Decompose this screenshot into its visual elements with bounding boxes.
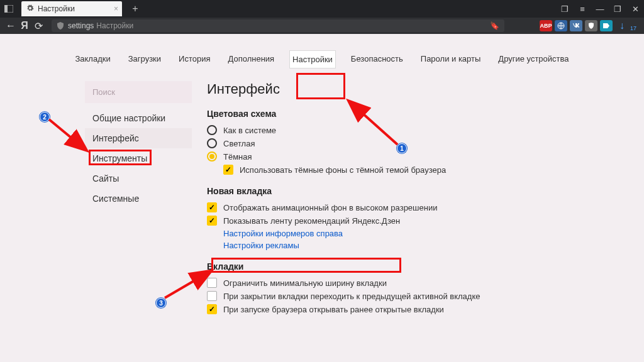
link-widget-settings[interactable]: Настройки информеров справа [223,229,559,238]
nav-bookmarks[interactable]: Закладки [72,50,113,69]
check-dark-backgrounds[interactable] [223,165,233,175]
nav-history[interactable]: История [176,50,213,69]
page-title: Интерфейс [207,81,559,97]
label-min-width: Ограничить минимальную ширину вкладки [223,278,387,288]
check-min-width[interactable] [207,278,217,288]
top-nav: Закладки Загрузки История Дополнения Нас… [19,50,625,69]
label-dark-backgrounds: Использовать тёмные фоны с тёмной темой … [240,165,446,175]
new-tab-button[interactable]: + [127,1,143,17]
nav-passwords[interactable]: Пароли и карты [418,50,484,69]
sidebar-item-system[interactable]: Системные [85,189,192,209]
nav-downloads[interactable]: Загрузки [126,50,164,69]
radio-scheme-system[interactable] [207,125,217,135]
url-path: settings [68,21,94,30]
bookmark-icon[interactable]: 🔖 [490,21,499,30]
address-bar: ← Я ⟳ settings Настройки 🔖 ABP ↓ 17 [0,18,644,34]
section-new-tab: Новая вкладка [207,186,559,196]
main-menu-button[interactable]: ≡ [574,0,591,18]
downloads-count: 17 [630,25,636,33]
label-scheme-light: Светлая [223,139,255,148]
section-tabs: Вкладки [207,261,559,272]
url-title: Настройки [96,21,133,30]
shield-icon [57,22,64,30]
ext-price-icon[interactable] [600,20,613,31]
check-prev-tab[interactable] [207,291,217,301]
ext-globe-icon[interactable] [555,20,567,31]
yandex-home-button[interactable]: Я [18,19,31,33]
address-field[interactable]: settings Настройки 🔖 [52,19,504,32]
sidebar-item-interface[interactable]: Интерфейс [85,128,192,148]
collections-button[interactable]: ❐ [556,0,574,18]
radio-scheme-light[interactable] [207,138,217,148]
ext-vk-icon[interactable] [570,20,582,31]
settings-main: Интерфейс Цветовая схема Как в системе С… [207,81,559,317]
label-restore-tabs: При запуске браузера открывать ранее отк… [223,305,444,314]
annotation-badge-3: 3 [156,298,166,308]
ext-shield-icon[interactable] [585,20,597,31]
gear-icon [26,4,34,14]
label-anim-bg: Отображать анимационный фон в высоком ра… [223,203,437,212]
svg-rect-1 [4,5,8,13]
label-scheme-system: Как в системе [223,126,276,135]
label-scheme-dark: Тёмная [223,152,252,162]
back-button[interactable]: ← [4,19,18,33]
nav-settings[interactable]: Настройки [289,50,336,69]
close-window-button[interactable]: ✕ [626,0,644,18]
nav-addons[interactable]: Дополнения [225,50,277,69]
check-restore-tabs[interactable] [207,304,217,314]
browser-tab[interactable]: Настройки × [21,1,122,16]
annotation-badge-2: 2 [40,112,50,122]
label-prev-tab: При закрытии вкладки переходить к предыд… [223,292,480,301]
settings-sidebar: Поиск Общие настройки Интерфейс Инструме… [85,81,192,317]
radio-scheme-dark[interactable] [207,151,217,162]
downloads-button[interactable]: ↓ [615,19,629,33]
ext-adblock-icon[interactable]: ABP [540,20,552,31]
nav-security[interactable]: Безопасность [348,50,406,69]
sidebar-toggle-icon[interactable] [0,0,18,18]
check-anim-bg[interactable] [207,202,217,212]
extensions-tray: ABP ↓ 17 [540,19,640,33]
link-ad-settings[interactable]: Настройки рекламы [223,241,559,250]
settings-page: Закладки Загрузки История Дополнения Нас… [0,34,644,362]
close-tab-icon[interactable]: × [114,4,118,13]
titlebar: Настройки × + ❐ ≡ — ❐ ✕ [0,0,644,18]
label-zen-feed: Показывать ленту рекомендаций Яндекс.Дзе… [223,216,400,226]
reload-button[interactable]: ⟳ [31,19,45,33]
minimize-button[interactable]: — [591,0,609,18]
sidebar-item-general[interactable]: Общие настройки [85,108,192,128]
sidebar-item-tools[interactable]: Инструменты [85,148,192,168]
check-zen-feed[interactable] [207,216,217,226]
section-color-scheme: Цветовая схема [207,109,559,119]
annotation-badge-1: 1 [397,143,407,153]
settings-search-input[interactable]: Поиск [85,81,192,103]
maximize-button[interactable]: ❐ [609,0,626,18]
sidebar-item-sites[interactable]: Сайты [85,168,192,189]
nav-devices[interactable]: Другие устройства [496,50,571,69]
tab-title: Настройки [38,4,75,13]
